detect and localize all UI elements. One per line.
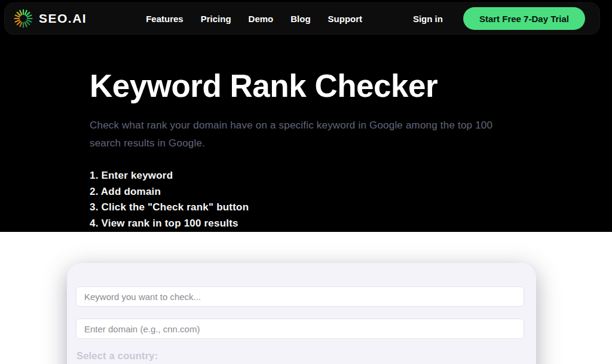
- starburst-icon: [14, 9, 33, 28]
- page: SEO.AI Features Pricing Demo Blog Suppor…: [0, 0, 612, 364]
- hero-subtitle: Check what rank your domain have on a sp…: [90, 117, 515, 152]
- hero-section: SEO.AI Features Pricing Demo Blog Suppor…: [0, 0, 612, 232]
- step-item-3: 3. Click the "Check rank" button: [90, 200, 544, 216]
- domain-input[interactable]: [76, 319, 524, 339]
- page-title: Keyword Rank Checker: [90, 70, 544, 102]
- step-item-1: 1. Enter keyword: [90, 168, 544, 184]
- keyword-input[interactable]: [76, 286, 524, 307]
- logo-text: SEO.AI: [39, 11, 87, 26]
- step-item-4: 4. View rank in top 100 results: [90, 216, 544, 232]
- country-select-label: Select a country:: [76, 350, 524, 362]
- logo-link[interactable]: SEO.AI: [14, 9, 87, 28]
- hero-content: Keyword Rank Checker Check what rank you…: [90, 0, 544, 231]
- step-item-2: 2. Add domain: [90, 184, 544, 200]
- steps-list: 1. Enter keyword 2. Add domain 3. Click …: [90, 168, 544, 231]
- rank-checker-card: Select a country:: [67, 263, 536, 364]
